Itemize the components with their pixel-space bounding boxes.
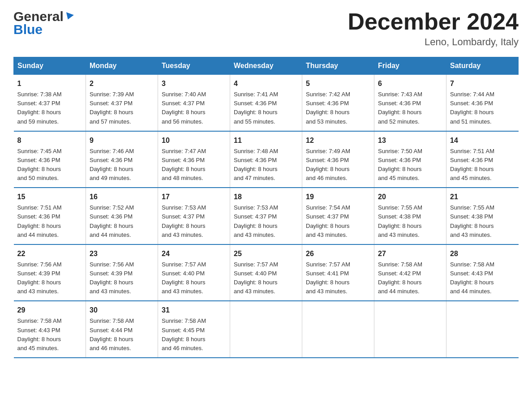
header-cell-friday: Friday: [374, 57, 446, 75]
day-number: 9: [90, 135, 154, 146]
day-cell: 7Sunrise: 7:44 AMSunset: 4:36 PMDaylight…: [446, 75, 519, 131]
header-cell-saturday: Saturday: [446, 57, 519, 75]
day-info: Sunrise: 7:57 AMSunset: 4:40 PMDaylight:…: [234, 260, 298, 296]
day-info: Sunrise: 7:54 AMSunset: 4:37 PMDaylight:…: [306, 203, 370, 240]
week-row-4: 22Sunrise: 7:56 AMSunset: 4:39 PMDayligh…: [14, 244, 519, 301]
day-cell: 10Sunrise: 7:47 AMSunset: 4:36 PMDayligh…: [158, 131, 230, 188]
day-cell: 28Sunrise: 7:58 AMSunset: 4:43 PMDayligh…: [446, 244, 519, 301]
day-cell: 4Sunrise: 7:41 AMSunset: 4:36 PMDaylight…: [230, 75, 302, 131]
calendar-body: 1Sunrise: 7:38 AMSunset: 4:37 PMDaylight…: [14, 75, 519, 358]
day-number: 2: [90, 78, 154, 89]
day-number: 14: [450, 135, 515, 146]
day-number: 3: [162, 78, 226, 89]
day-number: 28: [450, 248, 515, 259]
day-cell: 31Sunrise: 7:58 AMSunset: 4:45 PMDayligh…: [158, 301, 230, 358]
day-info: Sunrise: 7:50 AMSunset: 4:36 PMDaylight:…: [378, 147, 442, 183]
day-cell: 8Sunrise: 7:45 AMSunset: 4:36 PMDaylight…: [14, 131, 86, 188]
day-info: Sunrise: 7:55 AMSunset: 4:38 PMDaylight:…: [450, 203, 515, 240]
logo-triangle-icon: [64, 12, 74, 21]
day-cell: 17Sunrise: 7:53 AMSunset: 4:37 PMDayligh…: [158, 188, 230, 244]
day-info: Sunrise: 7:58 AMSunset: 4:44 PMDaylight:…: [90, 317, 154, 353]
day-number: 15: [17, 192, 82, 202]
day-info: Sunrise: 7:41 AMSunset: 4:36 PMDaylight:…: [234, 90, 298, 126]
day-number: 22: [17, 248, 82, 259]
day-info: Sunrise: 7:38 AMSunset: 4:37 PMDaylight:…: [17, 90, 82, 126]
week-row-1: 1Sunrise: 7:38 AMSunset: 4:37 PMDaylight…: [14, 75, 519, 131]
day-number: 27: [378, 248, 442, 259]
day-cell: 1Sunrise: 7:38 AMSunset: 4:37 PMDaylight…: [14, 75, 86, 131]
day-info: Sunrise: 7:53 AMSunset: 4:37 PMDaylight:…: [234, 203, 298, 240]
day-cell: [302, 301, 374, 358]
header-cell-tuesday: Tuesday: [158, 57, 230, 75]
week-row-2: 8Sunrise: 7:45 AMSunset: 4:36 PMDaylight…: [14, 131, 519, 188]
day-number: 23: [90, 248, 154, 259]
day-cell: 22Sunrise: 7:56 AMSunset: 4:39 PMDayligh…: [14, 244, 86, 301]
day-number: 29: [17, 305, 82, 316]
day-number: 6: [378, 78, 442, 89]
day-number: 8: [17, 135, 82, 146]
day-info: Sunrise: 7:49 AMSunset: 4:36 PMDaylight:…: [306, 147, 370, 183]
day-cell: [374, 301, 446, 358]
day-info: Sunrise: 7:58 AMSunset: 4:43 PMDaylight:…: [450, 260, 515, 296]
day-cell: [230, 301, 302, 358]
day-number: 31: [162, 305, 226, 316]
day-cell: 5Sunrise: 7:42 AMSunset: 4:36 PMDaylight…: [302, 75, 374, 131]
day-info: Sunrise: 7:51 AMSunset: 4:36 PMDaylight:…: [450, 147, 515, 183]
title-section: December 2024 Leno, Lombardy, Italy: [348, 9, 519, 48]
day-cell: 20Sunrise: 7:55 AMSunset: 4:38 PMDayligh…: [374, 188, 446, 244]
day-number: 17: [162, 192, 226, 202]
day-cell: 26Sunrise: 7:57 AMSunset: 4:41 PMDayligh…: [302, 244, 374, 301]
header-row: SundayMondayTuesdayWednesdayThursdayFrid…: [14, 57, 519, 75]
day-cell: 23Sunrise: 7:56 AMSunset: 4:39 PMDayligh…: [86, 244, 158, 301]
day-cell: 14Sunrise: 7:51 AMSunset: 4:36 PMDayligh…: [446, 131, 519, 188]
day-info: Sunrise: 7:42 AMSunset: 4:36 PMDaylight:…: [306, 90, 370, 126]
day-cell: [446, 301, 519, 358]
day-info: Sunrise: 7:44 AMSunset: 4:36 PMDaylight:…: [450, 90, 515, 126]
day-info: Sunrise: 7:53 AMSunset: 4:37 PMDaylight:…: [162, 203, 226, 240]
day-cell: 27Sunrise: 7:58 AMSunset: 4:42 PMDayligh…: [374, 244, 446, 301]
day-number: 5: [306, 78, 370, 89]
day-number: 20: [378, 192, 442, 202]
day-info: Sunrise: 7:56 AMSunset: 4:39 PMDaylight:…: [90, 260, 154, 296]
header-cell-monday: Monday: [86, 57, 158, 75]
day-cell: 16Sunrise: 7:52 AMSunset: 4:36 PMDayligh…: [86, 188, 158, 244]
day-number: 21: [450, 192, 515, 202]
day-cell: 13Sunrise: 7:50 AMSunset: 4:36 PMDayligh…: [374, 131, 446, 188]
day-number: 30: [90, 305, 154, 316]
day-number: 25: [234, 248, 298, 259]
day-cell: 30Sunrise: 7:58 AMSunset: 4:44 PMDayligh…: [86, 301, 158, 358]
day-number: 4: [234, 78, 298, 89]
location-subtitle: Leno, Lombardy, Italy: [348, 36, 519, 48]
day-cell: 11Sunrise: 7:48 AMSunset: 4:36 PMDayligh…: [230, 131, 302, 188]
week-row-3: 15Sunrise: 7:51 AMSunset: 4:36 PMDayligh…: [14, 188, 519, 244]
day-cell: 21Sunrise: 7:55 AMSunset: 4:38 PMDayligh…: [446, 188, 519, 244]
day-cell: 3Sunrise: 7:40 AMSunset: 4:37 PMDaylight…: [158, 75, 230, 131]
day-number: 13: [378, 135, 442, 146]
day-info: Sunrise: 7:58 AMSunset: 4:43 PMDaylight:…: [17, 317, 82, 353]
day-number: 11: [234, 135, 298, 146]
day-cell: 2Sunrise: 7:39 AMSunset: 4:37 PMDaylight…: [86, 75, 158, 131]
day-number: 26: [306, 248, 370, 259]
day-info: Sunrise: 7:51 AMSunset: 4:36 PMDaylight:…: [17, 203, 82, 240]
header-cell-sunday: Sunday: [14, 57, 86, 75]
day-number: 19: [306, 192, 370, 202]
day-cell: 15Sunrise: 7:51 AMSunset: 4:36 PMDayligh…: [14, 188, 86, 244]
header-cell-wednesday: Wednesday: [230, 57, 302, 75]
day-info: Sunrise: 7:47 AMSunset: 4:36 PMDaylight:…: [162, 147, 226, 183]
day-cell: 18Sunrise: 7:53 AMSunset: 4:37 PMDayligh…: [230, 188, 302, 244]
day-cell: 25Sunrise: 7:57 AMSunset: 4:40 PMDayligh…: [230, 244, 302, 301]
month-year-title: December 2024: [348, 9, 519, 34]
day-cell: 29Sunrise: 7:58 AMSunset: 4:43 PMDayligh…: [14, 301, 86, 358]
day-number: 12: [306, 135, 370, 146]
page-header: General Blue December 2024 Leno, Lombard…: [13, 9, 519, 48]
day-info: Sunrise: 7:40 AMSunset: 4:37 PMDaylight:…: [162, 90, 226, 126]
day-number: 24: [162, 248, 226, 259]
day-number: 18: [234, 192, 298, 202]
day-cell: 9Sunrise: 7:46 AMSunset: 4:36 PMDaylight…: [86, 131, 158, 188]
day-cell: 6Sunrise: 7:43 AMSunset: 4:36 PMDaylight…: [374, 75, 446, 131]
day-info: Sunrise: 7:58 AMSunset: 4:45 PMDaylight:…: [162, 317, 226, 353]
day-info: Sunrise: 7:48 AMSunset: 4:36 PMDaylight:…: [234, 147, 298, 183]
day-number: 1: [17, 78, 82, 89]
logo-blue: Blue: [13, 22, 43, 37]
day-info: Sunrise: 7:55 AMSunset: 4:38 PMDaylight:…: [378, 203, 442, 240]
